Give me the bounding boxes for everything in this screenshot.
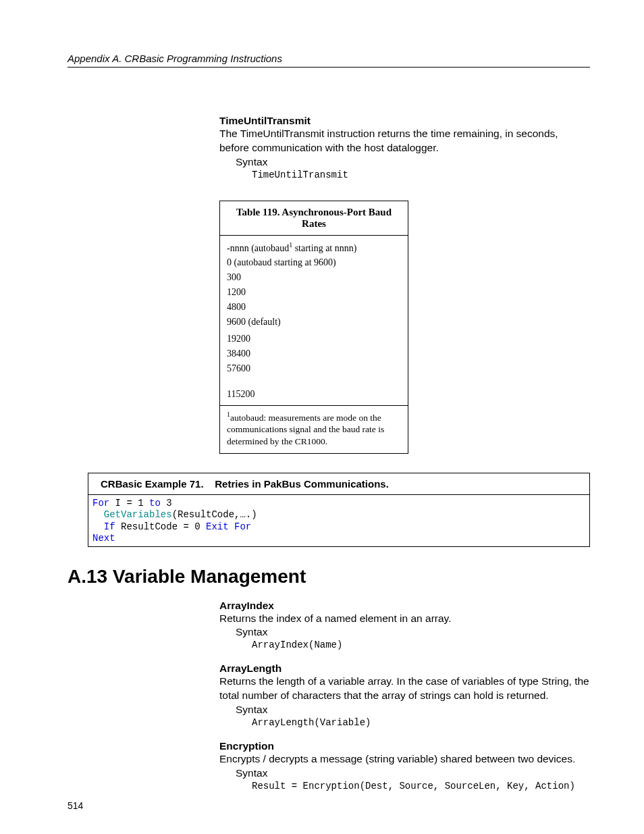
table-row: 115200 [220, 387, 408, 406]
section-heading-a13: A.13 Variable Management [68, 566, 590, 588]
row-text: 38400 [220, 346, 408, 361]
syntax-code: Result = Encryption(Dest, Source, Source… [252, 781, 590, 791]
row-text: 1200 [220, 285, 408, 300]
row-text: 300 [220, 270, 408, 285]
code-text: ResultCode = 0 [115, 521, 206, 532]
code-text: I = 1 [109, 498, 149, 509]
syntax-label: Syntax [236, 703, 590, 717]
row-text [220, 376, 408, 387]
table-row: 0 (autobaud starting at 9600) [220, 255, 408, 270]
example-header: CRBasic Example 71. Retries in PakBus Co… [88, 473, 589, 495]
instruction-desc: Encrypts / decrypts a message (string va… [219, 752, 590, 766]
row-text: 19200 [220, 330, 408, 346]
code-keyword: If [104, 521, 115, 532]
table-row: -nnnn (autobaud1 starting at nnnn) [220, 235, 408, 255]
table-row: 1200 [220, 285, 408, 300]
table-row: 19200 [220, 330, 408, 346]
crbasic-example-box: CRBasic Example 71. Retries in PakBus Co… [88, 473, 590, 547]
instruction-title-arraylength: ArrayLength [219, 662, 590, 675]
table-row [220, 376, 408, 387]
example-label: CRBasic Example 71. [101, 478, 204, 490]
instruction-title-encryption: Encryption [219, 740, 590, 752]
code-text: 3 [161, 498, 172, 509]
instruction-title-arrayindex: ArrayIndex [219, 600, 590, 612]
example-title: Retries in PakBus Communications. [215, 478, 389, 490]
row-text: -nnnn (autobaud [227, 242, 289, 253]
syntax-code: ArrayLength(Variable) [252, 717, 590, 728]
row-text: 0 (autobaud starting at 9600) [220, 255, 408, 270]
row-text: starting at nnnn) [292, 242, 356, 253]
table-row: 300 [220, 270, 408, 285]
code-text [92, 509, 104, 520]
instruction-desc: The TimeUntilTransmit instruction return… [219, 127, 590, 155]
table-row: 38400 [220, 346, 408, 361]
table-caption: Table 119. Asynchronous-Port Baud Rates [220, 201, 408, 235]
syntax-label: Syntax [236, 625, 590, 640]
syntax-code: TimeUntilTransmit [252, 170, 590, 180]
page-number: 514 [68, 800, 83, 811]
code-keyword: Exit For [206, 521, 251, 532]
row-text: 9600 (default) [220, 315, 408, 330]
content-column: TimeUntilTransmit The TimeUntilTransmit … [219, 115, 590, 454]
code-keyword: For [92, 498, 109, 509]
syntax-label: Syntax [236, 155, 590, 170]
syntax-code: ArrayIndex(Name) [252, 640, 590, 650]
row-text: 115200 [220, 387, 408, 406]
instruction-desc: Returns the length of a variable array. … [219, 675, 590, 703]
baud-rate-table: Table 119. Asynchronous-Port Baud Rates … [219, 201, 408, 454]
content-column: ArrayIndex Returns the index of a named … [219, 600, 590, 791]
code-text: (ResultCode,….) [172, 509, 257, 520]
code-text [92, 521, 104, 532]
table-row: 9600 (default) [220, 315, 408, 330]
row-text: 4800 [220, 300, 408, 315]
example-code: For I = 1 to 3 GetVariables(ResultCode,…… [88, 495, 589, 546]
code-func: GetVariables [104, 509, 172, 520]
footnote-text: autobaud: measurements are mode on the c… [227, 413, 384, 446]
row-text: 57600 [220, 361, 408, 376]
code-keyword: Next [92, 533, 115, 544]
table-row: 57600 [220, 361, 408, 376]
instruction-title-timeuntiltransmit: TimeUntilTransmit [219, 115, 590, 127]
page: Appendix A. CRBasic Programming Instruct… [0, 0, 644, 834]
instruction-desc: Returns the index of a named element in … [219, 612, 590, 626]
syntax-label: Syntax [236, 766, 590, 781]
table-footnote-row: 1autobaud: measurements are mode on the … [220, 406, 408, 453]
running-header: Appendix A. CRBasic Programming Instruct… [68, 53, 590, 68]
code-keyword: to [149, 498, 161, 509]
table-row: 4800 [220, 300, 408, 315]
